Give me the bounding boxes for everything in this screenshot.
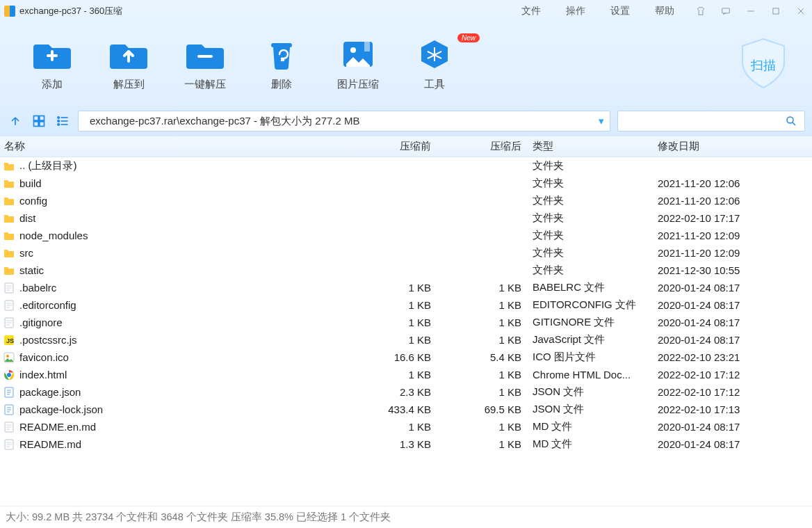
file-type: BABELRC 文件 xyxy=(528,281,653,294)
file-date: 2021-12-30 10:55 xyxy=(653,264,812,276)
size-before: 1 KB xyxy=(362,317,438,328)
file-type: GITIGNORE 文件 xyxy=(528,316,653,329)
svg-rect-17 xyxy=(34,122,39,127)
file-name: dist xyxy=(19,212,35,224)
path-bar: exchange-pc37.rar\exchange-pc37 - 解包大小为 … xyxy=(0,106,812,136)
search-input[interactable] xyxy=(617,111,805,131)
delete-button[interactable]: 删除 xyxy=(243,38,320,91)
new-badge: New xyxy=(457,33,480,42)
path-input[interactable]: exchange-pc37.rar\exchange-pc37 - 解包大小为 … xyxy=(78,111,610,131)
toolbar: 添加 解压到 一键解压 删除 图片压缩 New 工具 扫描 xyxy=(0,22,812,106)
table-header: 名称 压缩前 压缩后 类型 修改日期 xyxy=(0,136,812,157)
file-date: 2020-01-24 08:17 xyxy=(653,299,812,311)
file-type: 文件夹 xyxy=(528,229,653,242)
file-name: package-lock.json xyxy=(19,403,103,415)
file-date: 2020-01-24 08:17 xyxy=(653,438,812,450)
table-row[interactable]: src文件夹2021-11-20 12:09 xyxy=(0,244,812,262)
table-row[interactable]: package.json2.3 KB1 KBJSON 文件2022-02-10 … xyxy=(0,383,812,401)
file-type: 文件夹 xyxy=(528,264,653,277)
size-before: 2.3 KB xyxy=(362,386,438,398)
file-name: node_modules xyxy=(19,230,88,241)
table-row[interactable]: .. (上级目录)文件夹 xyxy=(0,157,812,175)
col-name[interactable]: 名称 xyxy=(0,140,362,153)
size-before: 433.4 KB xyxy=(362,403,438,415)
add-button[interactable]: 添加 xyxy=(14,38,90,91)
delete-label: 删除 xyxy=(271,78,292,91)
extract-to-button[interactable]: 解压到 xyxy=(90,38,167,91)
table-row[interactable]: README.en.md1 KB1 KBMD 文件2020-01-24 08:1… xyxy=(0,418,812,435)
table-row[interactable]: build文件夹2021-11-20 12:06 xyxy=(0,175,812,192)
size-before: 16.6 KB xyxy=(362,351,438,363)
tools-label: 工具 xyxy=(424,78,445,91)
path-text: exchange-pc37.rar\exchange-pc37 - 解包大小为 … xyxy=(90,115,360,128)
table-row[interactable]: package-lock.json433.4 KB69.5 KBJSON 文件2… xyxy=(0,401,812,418)
svg-rect-18 xyxy=(40,122,44,127)
svg-point-22 xyxy=(787,117,793,123)
minimize-icon[interactable] xyxy=(744,4,758,18)
file-type: 文件夹 xyxy=(528,211,653,225)
table-row[interactable]: .babelrc1 KB1 KBBABELRC 文件2020-01-24 08:… xyxy=(0,279,812,296)
col-after[interactable]: 压缩后 xyxy=(438,140,528,153)
feedback-icon[interactable] xyxy=(719,4,733,18)
scan-button[interactable]: 扫描 xyxy=(722,29,805,99)
table-row[interactable]: .postcssrc.js1 KB1 KBJavaScript 文件2020-0… xyxy=(0,331,812,349)
svg-point-12 xyxy=(350,47,356,53)
table-row[interactable]: .editorconfig1 KB1 KBEDITORCONFIG 文件2020… xyxy=(0,296,812,314)
size-after: 1 KB xyxy=(438,438,528,450)
col-before[interactable]: 压缩前 xyxy=(362,140,438,153)
one-click-extract-button[interactable]: 一键解压 xyxy=(167,38,243,91)
menu-settings[interactable]: 设置 xyxy=(598,2,642,20)
file-type: JSON 文件 xyxy=(528,385,653,399)
table-row[interactable]: dist文件夹2022-02-10 17:17 xyxy=(0,209,812,227)
table-row[interactable]: README.md1.3 KB1 KBMD 文件2020-01-24 08:17 xyxy=(0,435,812,453)
table-row[interactable]: node_modules文件夹2021-11-20 12:09 xyxy=(0,227,812,244)
menu-help[interactable]: 帮助 xyxy=(642,2,687,20)
size-after: 1 KB xyxy=(438,369,528,381)
size-after: 1 KB xyxy=(438,421,528,433)
size-after: 1 KB xyxy=(438,386,528,398)
file-type: JSON 文件 xyxy=(528,403,653,416)
close-icon[interactable] xyxy=(794,4,808,18)
view-list-icon[interactable] xyxy=(54,113,71,129)
col-modified[interactable]: 修改日期 xyxy=(653,140,812,153)
window-title: exchange-pc37 - 360压缩 xyxy=(19,5,122,17)
path-dropdown-icon[interactable]: ▾ xyxy=(599,115,604,127)
file-icon xyxy=(3,438,15,451)
size-before: 1 KB xyxy=(362,334,438,346)
view-icons-icon[interactable] xyxy=(31,113,47,129)
status-bar: 大小: 99.2 MB 共 23734 个文件和 3648 个文件夹 压缩率 3… xyxy=(0,506,812,528)
one-click-extract-label: 一键解压 xyxy=(184,78,226,91)
table-row[interactable]: .gitignore1 KB1 KBGITIGNORE 文件2020-01-24… xyxy=(0,314,812,331)
tools-button[interactable]: New 工具 xyxy=(396,38,473,91)
svg-rect-15 xyxy=(34,116,39,121)
skin-icon[interactable] xyxy=(694,4,708,18)
title-bar: exchange-pc37 - 360压缩 文件 操作 设置 帮助 xyxy=(0,0,812,22)
size-before: 1 KB xyxy=(362,282,438,294)
nav-up-icon[interactable] xyxy=(7,113,24,129)
maximize-icon[interactable] xyxy=(769,4,783,18)
file-icon xyxy=(3,421,15,433)
table-row[interactable]: static文件夹2021-12-30 10:55 xyxy=(0,262,812,279)
file-icon xyxy=(3,282,15,294)
size-after: 1 KB xyxy=(438,334,528,346)
json-icon xyxy=(3,403,15,416)
col-type[interactable]: 类型 xyxy=(528,140,653,153)
svg-rect-8 xyxy=(722,8,730,13)
folder-icon xyxy=(3,264,15,277)
table-row[interactable]: config文件夹2021-11-20 12:06 xyxy=(0,192,812,209)
file-date: 2022-02-10 17:12 xyxy=(653,369,812,381)
table-row[interactable]: favicon.ico16.6 KB5.4 KBICO 图片文件2022-02-… xyxy=(0,349,812,366)
menu-file[interactable]: 文件 xyxy=(509,2,553,20)
file-name: .babelrc xyxy=(19,282,56,294)
svg-rect-16 xyxy=(40,116,44,121)
svg-point-20 xyxy=(58,120,60,122)
file-type: 文件夹 xyxy=(528,194,653,207)
table-row[interactable]: index.html1 KB1 KBChrome HTML Doc...2022… xyxy=(0,366,812,383)
file-type: 文件夹 xyxy=(528,159,653,173)
image-compress-button[interactable]: 图片压缩 xyxy=(320,38,396,91)
menu-operate[interactable]: 操作 xyxy=(553,2,598,20)
size-before: 1 KB xyxy=(362,421,438,433)
file-type: MD 文件 xyxy=(528,438,653,451)
file-name: build xyxy=(19,177,42,189)
file-type: JavaScript 文件 xyxy=(528,333,653,346)
